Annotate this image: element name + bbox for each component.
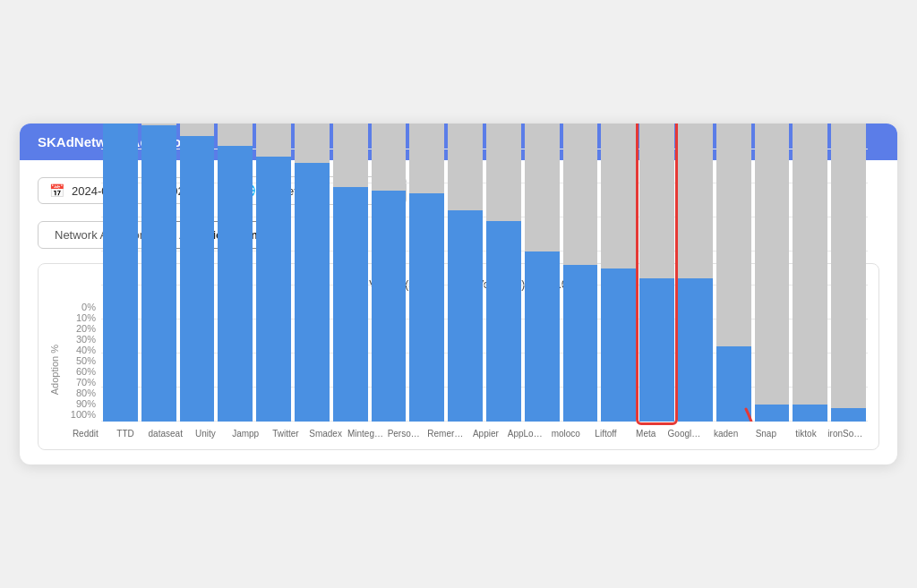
bar-group — [180, 302, 215, 422]
bar-segment-v4 — [141, 125, 176, 422]
bar-group — [755, 302, 790, 422]
bar-segment-v1 — [180, 124, 215, 136]
gridline — [101, 183, 868, 183]
bar-group — [372, 302, 407, 422]
bar-segment-v4 — [525, 251, 560, 422]
calendar-icon: 📅 — [49, 183, 64, 198]
gridlines-and-bars — [101, 302, 868, 422]
y-axis-label: Adoption % — [49, 345, 60, 395]
x-axis-label: moloco — [547, 429, 584, 439]
bar-group — [601, 302, 636, 422]
bar-group — [563, 302, 598, 422]
x-axis: RedditTTDdataseatUnityJamppTwitterSmadex… — [64, 425, 868, 439]
gridline — [101, 251, 868, 251]
y-axis-tick: 90% — [64, 398, 96, 409]
bar-segment-v4 — [409, 193, 444, 422]
y-axis-tick: 100% — [64, 409, 96, 420]
x-axis-label: Reddit — [67, 429, 104, 439]
bars-row — [101, 302, 868, 422]
x-axis-label: Jampp — [227, 429, 264, 439]
bar-segment-v1 — [448, 124, 483, 210]
y-axis: 100%90%80%70%60%50%40%30%20%10%0% — [64, 302, 96, 422]
bar-segment-v4 — [486, 221, 521, 422]
bar-group — [525, 302, 560, 422]
y-axis-tick: 30% — [64, 334, 96, 345]
bars-section — [101, 302, 868, 422]
chart-container: Adoption % 100%90%80%70%60%50%40%30%20%1… — [49, 302, 868, 439]
bar-segment-v1 — [525, 124, 560, 251]
bar-group — [716, 302, 751, 422]
bar-segment-v1 — [793, 124, 827, 405]
bar-segment-v4 — [448, 210, 483, 422]
bar-group — [333, 302, 368, 422]
bar-segment-v4 — [103, 124, 138, 422]
gridline — [101, 217, 868, 217]
bar-segment-v4 — [755, 405, 790, 422]
bar-segment-v1 — [563, 124, 598, 265]
bar-group — [486, 302, 521, 422]
x-axis-label: Liftoff — [587, 429, 624, 439]
y-axis-tick: 40% — [64, 345, 96, 355]
x-axis-label: Appier — [467, 429, 504, 439]
x-axis-label: Meta — [628, 429, 664, 439]
card-body: 📅 2024-02-12 - 2024-02-19 🌐 All Networks… — [20, 160, 897, 464]
x-axis-label: dataseat — [147, 429, 184, 439]
x-axis-label: AppLovin — [508, 429, 544, 439]
y-axis-tick: 10% — [64, 312, 96, 323]
x-axis-label: Twitter — [268, 429, 304, 439]
bar-segment-v4 — [256, 157, 291, 422]
bar-group — [295, 302, 330, 422]
x-axis-label: Smadex — [307, 429, 344, 439]
bars-with-yaxis: 100%90%80%70%60%50%40%30%20%10%0% — [64, 302, 868, 422]
bar-segment-v1 — [372, 124, 407, 191]
chart-area: Version(s) 4.0 Version(s) 1.0 - 3.0 Adop… — [38, 263, 879, 450]
bar-group — [831, 302, 866, 422]
bar-segment-v1 — [256, 124, 291, 157]
y-axis-tick: 50% — [64, 355, 96, 366]
bar-group — [103, 302, 138, 422]
y-axis-tick: 60% — [64, 366, 96, 377]
bar-segment-v4 — [601, 268, 636, 422]
x-axis-label: Snap — [748, 429, 784, 439]
bar-group — [218, 302, 253, 422]
bar-segment-v1 — [639, 124, 674, 278]
bar-segment-v4 — [372, 191, 407, 422]
bar-segment-v1 — [409, 124, 444, 193]
bar-segment-v4 — [793, 405, 827, 422]
x-axis-label: Persona.ly — [388, 429, 424, 439]
main-card: SKAdNetwork Adoption 📅 2024-02-12 - 2024… — [20, 124, 897, 464]
bar-segment-v4 — [639, 278, 674, 422]
x-axis-label: ironSource — [827, 429, 864, 439]
gridline — [101, 285, 868, 285]
bar-group — [448, 302, 483, 422]
bar-group — [639, 302, 674, 422]
y-axis-tick: 20% — [64, 323, 96, 334]
y-axis-tick: 80% — [64, 388, 96, 398]
bar-segment-v4 — [218, 146, 253, 422]
bar-segment-v1 — [601, 124, 636, 268]
gridline — [101, 149, 868, 149]
x-axis-label: Google Ads — [668, 429, 705, 439]
x-axis-label: Remerge — [427, 429, 464, 439]
bar-segment-v1 — [486, 124, 521, 221]
bar-segment-v4 — [563, 265, 598, 422]
bar-segment-v1 — [831, 124, 866, 408]
x-axis-label: Unity — [187, 429, 224, 439]
x-axis-label: Mintegral — [347, 429, 384, 439]
bar-segment-v4 — [180, 136, 215, 422]
x-axis-label: tiktok — [788, 429, 825, 439]
bar-segment-v4 — [716, 346, 751, 422]
bar-segment-v1 — [755, 124, 790, 405]
bar-segment-v1 — [678, 124, 713, 278]
bar-segment-v1 — [218, 124, 253, 146]
bar-group — [409, 302, 444, 422]
x-axis-label: TTD — [107, 429, 144, 439]
bar-group — [141, 302, 176, 422]
bar-segment-v1 — [295, 124, 330, 163]
x-axis-label: kaden — [707, 429, 744, 439]
bar-segment-v1 — [716, 124, 751, 346]
y-axis-tick: 70% — [64, 377, 96, 388]
bar-segment-v4 — [678, 278, 713, 422]
bar-group — [793, 302, 827, 422]
bar-group — [256, 302, 291, 422]
